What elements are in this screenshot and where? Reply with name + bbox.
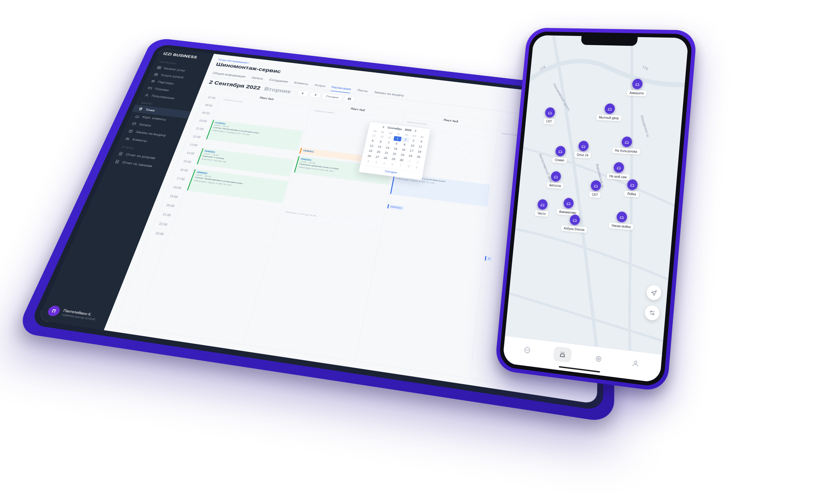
cal-prev-icon[interactable] <box>382 126 385 128</box>
cal-day[interactable]: 28 <box>381 156 389 161</box>
map[interactable]: ТТКТТКНахимовский просп.Балаклавский про… <box>502 35 688 383</box>
map-pin[interactable]: Лейка <box>625 179 640 197</box>
nav-icon <box>156 66 162 69</box>
tab-4[interactable]: Услуги <box>314 82 326 90</box>
sidebar-item-label: Клиенты <box>132 138 148 143</box>
sidebar-item-label: Записи <box>139 123 152 128</box>
cal-day[interactable]: 29 <box>370 133 378 139</box>
cal-day[interactable]: 5 <box>380 161 389 166</box>
cal-day[interactable]: 31 <box>385 135 393 141</box>
cal-day[interactable]: 6 <box>376 139 385 145</box>
map-pin[interactable]: Акмасити <box>627 78 647 96</box>
map-pin[interactable]: Акмамативс <box>556 197 581 216</box>
sidebar-item-label: Отчет по заказам <box>122 161 153 168</box>
prev-day-button[interactable] <box>297 90 309 96</box>
cal-day[interactable]: 1 <box>405 158 414 164</box>
cal-day[interactable]: 7 <box>396 163 404 168</box>
cal-day[interactable]: 7 <box>384 140 392 146</box>
pin-icon <box>616 211 627 223</box>
nav-icon <box>138 107 143 111</box>
pin-icon <box>627 179 638 190</box>
calendar-button[interactable] <box>343 95 355 102</box>
map-pin[interactable]: Автоспа <box>547 171 565 189</box>
cal-day[interactable]: 3 <box>364 159 372 164</box>
cal-day[interactable]: 2 <box>414 159 422 165</box>
cal-day[interactable]: 22 <box>390 151 398 157</box>
map-pin[interactable]: Мытный двор <box>596 103 623 121</box>
cal-day[interactable]: 4 <box>418 139 426 145</box>
cal-day[interactable]: 17 <box>407 148 416 154</box>
user-block[interactable]: П Пантелеймон К. Администратор izziSoft <box>37 298 112 330</box>
tab-6[interactable]: Посты <box>356 87 368 95</box>
cal-day[interactable]: 18 <box>416 149 424 155</box>
cal-day[interactable]: 11 <box>417 144 425 150</box>
map-pin[interactable]: СКТ <box>589 180 602 198</box>
cal-day[interactable]: 30 <box>377 134 386 140</box>
cal-day[interactable]: 13 <box>375 144 383 150</box>
tab-tire[interactable] <box>589 350 608 367</box>
cal-day[interactable]: 4 <box>372 160 380 165</box>
tab-5[interactable]: Расписание <box>331 84 352 93</box>
svg-point-55 <box>634 361 637 363</box>
nav-icon <box>128 129 134 133</box>
map-pin[interactable]: Азбука блеска <box>561 214 588 233</box>
cal-dow: Пн <box>371 129 379 134</box>
map-pin[interactable]: Умная мойка <box>609 211 635 230</box>
pin-label: Лейка <box>625 191 639 197</box>
tab-carwash[interactable] <box>553 346 572 363</box>
pin-label: Drive 24 <box>574 152 591 158</box>
cal-day[interactable]: 24 <box>406 153 415 159</box>
map-pin[interactable]: Олимп <box>552 146 568 163</box>
cal-day[interactable]: 26 <box>365 154 374 159</box>
map-pin[interactable]: На Хользунова <box>612 136 641 155</box>
pin-label: Олимп <box>552 157 567 163</box>
map-pin[interactable]: Не мой сам <box>607 162 631 180</box>
cal-day[interactable]: 21 <box>382 150 391 156</box>
avatar: П <box>46 305 61 317</box>
cal-next-icon[interactable] <box>414 130 417 132</box>
cal-day[interactable]: 12 <box>367 143 376 149</box>
cal-day[interactable]: 19 <box>366 148 375 154</box>
cal-day[interactable]: 8 <box>392 141 401 147</box>
next-day-button[interactable] <box>309 91 321 98</box>
pin-icon <box>537 199 548 210</box>
tab-0[interactable]: Общая информация <box>211 70 246 81</box>
map-pin[interactable]: Drive 24 <box>574 141 592 158</box>
tab-1[interactable]: Записи <box>250 74 264 82</box>
cal-day[interactable]: 6 <box>388 162 397 167</box>
pin-icon <box>613 162 625 173</box>
cal-day[interactable]: 5 <box>369 138 377 144</box>
event-chip[interactable]: # <box>485 256 492 261</box>
tab-3[interactable]: Клиенты <box>293 79 309 88</box>
cal-day[interactable]: 25 <box>415 154 423 160</box>
map-pin[interactable]: СКТ <box>543 107 555 124</box>
cal-day[interactable]: 27 <box>373 155 382 160</box>
cal-day[interactable]: 16 <box>399 147 407 153</box>
nav-icon <box>131 122 137 126</box>
tab-2[interactable]: Сотрудники <box>268 76 289 85</box>
pin-icon <box>545 107 555 117</box>
svg-point-6 <box>146 94 148 95</box>
cal-day[interactable]: 9 <box>400 142 408 148</box>
cal-day[interactable]: 9 <box>413 165 421 171</box>
cal-day[interactable]: 2 <box>401 137 409 143</box>
cal-day[interactable]: 3 <box>409 138 418 144</box>
tab-profile[interactable] <box>626 355 645 372</box>
cal-day[interactable]: 29 <box>389 156 398 162</box>
cal-dow: Ср <box>387 131 395 136</box>
cal-day[interactable]: 15 <box>391 146 399 152</box>
tab-sos[interactable]: SOS <box>518 342 536 358</box>
map-pin[interactable]: Чисто <box>535 199 549 217</box>
tab-7[interactable]: Заказы на выдачу <box>373 89 404 99</box>
calendar-popover: Сентябрь 2022 ПнВтСрЧтПтСбВс293031123456… <box>358 121 431 180</box>
sidebar-item-label: Пользователи <box>151 94 175 100</box>
cal-day[interactable]: 30 <box>397 157 406 163</box>
cal-day[interactable]: 1 <box>393 136 402 142</box>
pin-icon <box>604 103 615 114</box>
cal-day[interactable]: 14 <box>383 145 391 151</box>
cal-day[interactable]: 10 <box>408 143 417 149</box>
cal-day[interactable]: 23 <box>398 152 406 158</box>
cal-day[interactable]: 8 <box>404 164 413 170</box>
today-button[interactable]: Сегодня <box>321 93 343 101</box>
cal-day[interactable]: 20 <box>374 149 383 155</box>
